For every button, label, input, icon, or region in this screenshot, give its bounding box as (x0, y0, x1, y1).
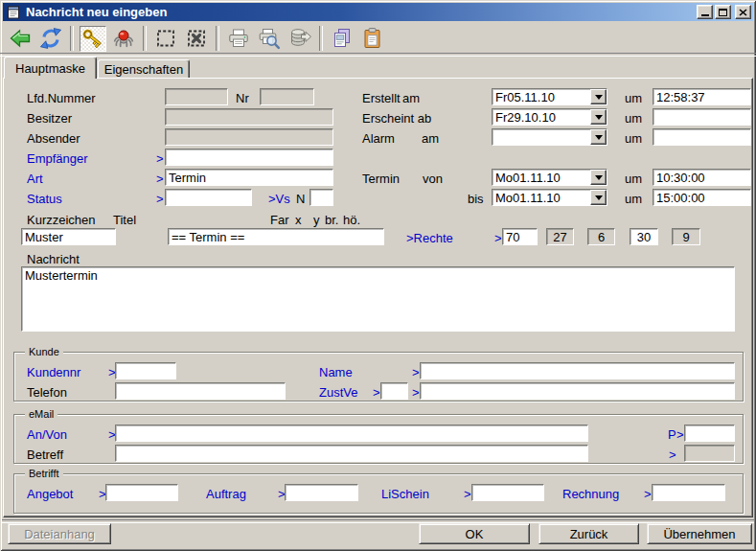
termin-label: Termin (362, 172, 400, 186)
auftrag-input[interactable] (285, 484, 358, 501)
rechnung-jump-arrow[interactable]: > (644, 487, 652, 501)
tab-eigenschaften[interactable]: Eigenschaften (98, 59, 190, 78)
select-frame-button[interactable] (152, 26, 179, 52)
erstellt-am-label: am (402, 91, 420, 105)
erstellt-date-dropdown-button[interactable] (590, 89, 607, 104)
p-jump-arrow[interactable]: > (676, 427, 684, 442)
minimize-button[interactable] (697, 5, 713, 19)
p-input[interactable] (684, 425, 735, 442)
name-jump-arrow[interactable]: > (412, 365, 420, 379)
dashed-selection-x-icon (185, 27, 208, 50)
name-label[interactable]: Name (319, 365, 353, 379)
toolbar-separator (319, 26, 323, 51)
kurzzeichen-label: Kurzzeichen (27, 213, 96, 227)
toolbar-divider (0, 53, 756, 57)
titel-input[interactable] (168, 228, 384, 245)
art-input[interactable] (165, 169, 333, 186)
lfd-nummer-label: Lfd.Nummer (27, 91, 96, 105)
zustve-label[interactable]: ZustVe (319, 385, 357, 400)
zustve-input[interactable] (420, 382, 735, 400)
rechnung-label[interactable]: Rechnung (562, 487, 619, 501)
status-jump-arrow[interactable]: > (156, 192, 164, 206)
erstellt-um-label: um (625, 91, 642, 105)
auftrag-label[interactable]: Auftrag (206, 487, 246, 501)
vs-input[interactable] (309, 189, 333, 206)
chevron-down-icon (595, 175, 603, 184)
copy-button[interactable] (329, 26, 355, 52)
lischein-label[interactable]: LiSchein (381, 487, 429, 501)
vs-label[interactable]: >Vs (268, 192, 290, 206)
art-jump-arrow[interactable]: > (156, 172, 164, 186)
ok-button[interactable]: OK (419, 523, 530, 544)
lischein-jump-arrow[interactable]: > (464, 487, 471, 501)
alarm-date-combobox[interactable] (492, 128, 607, 146)
rechte-jump-arrow[interactable]: > (494, 231, 502, 245)
betreff-label: Betreff (27, 448, 63, 462)
termin-von-date-combobox[interactable]: Mo01.11.10 (492, 169, 607, 186)
angebot-label[interactable]: Angebot (27, 487, 73, 501)
empfaenger-label[interactable]: Empfänger (27, 151, 88, 166)
far-header-label: Far (270, 213, 289, 227)
erstellt-date-combobox[interactable]: Fr05.11.10 (492, 88, 607, 105)
tab-hauptmaske[interactable]: Hauptmaske (4, 57, 97, 79)
rechte-label[interactable]: >Rechte (406, 231, 453, 245)
nachricht-textarea[interactable]: Mustertermin (21, 266, 735, 332)
lischein-input[interactable] (471, 484, 544, 501)
copy-pages-icon (331, 27, 354, 50)
termin-bis-date-combobox[interactable]: Mo01.11.10 (492, 189, 607, 206)
refresh-button[interactable] (37, 26, 64, 52)
kundennr-label[interactable]: Kundennr (27, 365, 80, 379)
an-von-input[interactable] (115, 425, 588, 442)
zurueck-button[interactable]: Zurück (538, 523, 639, 544)
erstellt-time-input[interactable] (653, 88, 751, 105)
p-label[interactable]: P (668, 427, 676, 442)
zustve-jump-arrow[interactable]: > (373, 385, 380, 400)
kurzzeichen-input[interactable] (21, 228, 116, 245)
print-search-button[interactable] (256, 26, 283, 52)
empfaenger-input[interactable] (165, 149, 333, 166)
zustve-code-input[interactable] (380, 382, 408, 400)
db-export-button[interactable] (286, 26, 313, 52)
dateianhang-button[interactable]: Dateianhang (8, 523, 111, 544)
termin-bis-dropdown-button[interactable] (590, 190, 607, 205)
nachricht-label: Nachricht (27, 252, 80, 266)
erscheint-date-combobox[interactable]: Fr29.10.10 (492, 108, 607, 126)
erscheint-time-input[interactable] (653, 108, 751, 126)
key-icon (81, 27, 104, 50)
paste-button[interactable] (359, 26, 386, 52)
name-input[interactable] (420, 362, 735, 379)
empfaenger-jump-arrow[interactable]: > (156, 151, 164, 166)
betreff-input[interactable] (115, 445, 588, 462)
rechte-input-2 (546, 228, 574, 245)
kundennr-input[interactable] (115, 362, 176, 379)
termin-bis-label: bis (468, 192, 484, 206)
termin-von-dropdown-button[interactable] (590, 170, 607, 185)
key-button[interactable] (80, 26, 106, 52)
br-header-label: br. (325, 213, 338, 227)
deselect-frame-button[interactable] (183, 26, 210, 52)
maximize-button[interactable] (715, 5, 731, 19)
zustve-name-jump-arrow[interactable]: > (412, 385, 420, 400)
art-label[interactable]: Art (27, 172, 43, 186)
print-button[interactable] (225, 26, 252, 52)
angebot-input[interactable] (105, 484, 178, 501)
rechnung-input[interactable] (652, 484, 725, 501)
back-button[interactable] (7, 26, 34, 52)
spider-button[interactable] (110, 26, 137, 52)
status-label[interactable]: Status (27, 192, 62, 206)
back-arrow-icon (9, 27, 32, 50)
rechte-input-4[interactable] (630, 228, 658, 245)
telefon-input[interactable] (115, 382, 286, 400)
erscheint-date-dropdown-button[interactable] (590, 109, 607, 125)
alarm-time-input[interactable] (653, 128, 751, 146)
an-von-label[interactable]: An/Von (27, 427, 67, 442)
status-input[interactable] (165, 189, 252, 206)
close-button[interactable] (735, 5, 751, 19)
betreff-ref-jump-arrow[interactable]: > (669, 448, 676, 462)
alarm-date-dropdown-button[interactable] (590, 129, 607, 145)
uebernehmen-button[interactable]: Übernehmen (647, 523, 752, 544)
termin-von-time-input[interactable] (653, 169, 751, 186)
termin-bis-time-input[interactable] (653, 189, 751, 206)
rechte-input-1[interactable] (502, 228, 538, 245)
alarm-um-label: um (625, 131, 642, 146)
